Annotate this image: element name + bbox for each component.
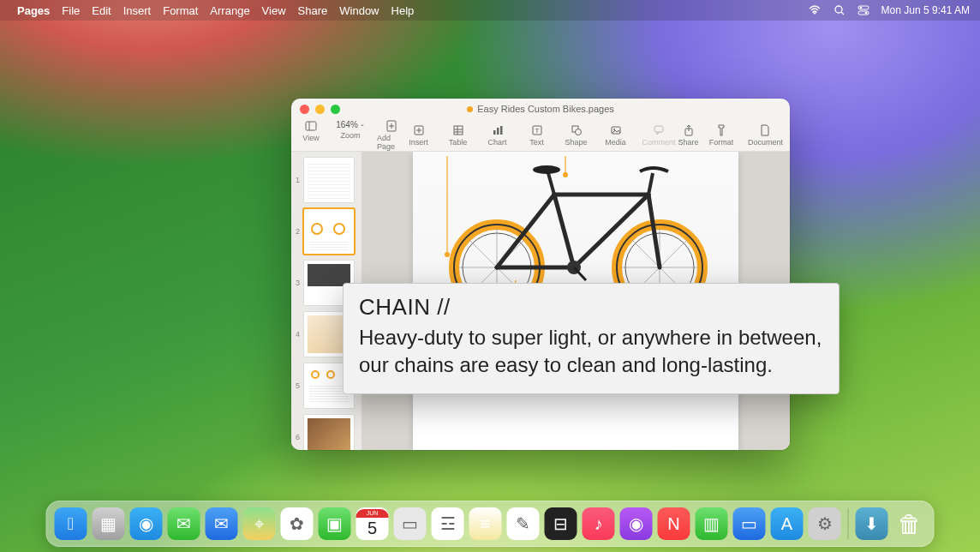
minimize-button[interactable]: [315, 105, 325, 114]
control-center-icon[interactable]: [858, 5, 869, 15]
dock-downloads[interactable]: ⬇: [856, 507, 888, 540]
svg-line-1: [841, 12, 844, 15]
menu-view[interactable]: View: [262, 4, 286, 17]
zoom-overlay-body: Heavy-duty to super light, or anywhere i…: [359, 324, 823, 380]
share-icon: [684, 124, 694, 136]
menu-share[interactable]: Share: [298, 4, 328, 17]
menu-arrange[interactable]: Arrange: [210, 4, 249, 17]
toolbar-add-page-button[interactable]: Add Page: [377, 120, 406, 151]
svg-point-5: [864, 12, 867, 15]
dock-app-calendar[interactable]: JUN5: [356, 507, 389, 540]
dock-app-podcasts[interactable]: ◉: [620, 507, 653, 540]
dock-app-keynote[interactable]: ▭: [733, 507, 766, 540]
page-thumbnail[interactable]: 2: [295, 208, 358, 255]
dock-app-settings[interactable]: ⚙: [809, 507, 841, 540]
svg-line-56: [554, 195, 574, 267]
toolbar-document-button[interactable]: Document: [748, 124, 783, 147]
dock-app-news[interactable]: N: [658, 507, 690, 540]
document-icon: [761, 124, 769, 136]
svg-line-58: [548, 173, 554, 195]
svg-point-64: [445, 252, 450, 257]
dock-separator: [848, 508, 849, 539]
svg-line-54: [648, 195, 660, 267]
menu-insert[interactable]: Insert: [123, 4, 152, 17]
svg-point-59: [533, 165, 560, 174]
menu-format[interactable]: Format: [163, 4, 198, 17]
dock-app-music[interactable]: ♪: [583, 507, 615, 540]
pages-window: Easy Rides Custom Bikes.pages View 164%⌄…: [291, 99, 790, 450]
dock-app-freeform[interactable]: ✎: [507, 507, 540, 540]
toolbar-view-button[interactable]: View: [298, 120, 324, 142]
wifi-icon[interactable]: [808, 5, 822, 15]
svg-rect-18: [493, 130, 496, 135]
menu-edit[interactable]: Edit: [92, 4, 111, 17]
table-icon: [453, 124, 463, 136]
svg-text:T: T: [535, 127, 539, 135]
menubar-datetime[interactable]: Mon Jun 5 9:41 AM: [881, 4, 970, 16]
dock-app-appstore[interactable]: A: [771, 507, 804, 540]
svg-point-24: [575, 129, 581, 135]
hover-text-zoom-overlay: CHAIN // Heavy-duty to super light, or a…: [343, 283, 840, 394]
svg-rect-19: [497, 128, 499, 135]
toolbar-share-button[interactable]: Share: [676, 124, 702, 147]
toolbar-table-button[interactable]: Table: [445, 124, 471, 147]
dock-app-notes[interactable]: ≡: [469, 507, 502, 540]
zoom-overlay-heading: CHAIN //: [359, 294, 823, 321]
edited-indicator-icon: [467, 106, 473, 112]
dock-app-facetime[interactable]: ▣: [319, 507, 351, 540]
shape-icon: [571, 124, 582, 136]
svg-line-60: [648, 173, 653, 195]
dock-app-tv[interactable]: ⊟: [545, 507, 577, 540]
insert-icon: [414, 124, 424, 136]
svg-point-66: [563, 172, 568, 177]
toolbar-insert-button[interactable]: Insert: [406, 124, 432, 147]
dock-app-mail[interactable]: ✉: [206, 507, 238, 540]
dock-app-maps[interactable]: ⌖: [243, 507, 276, 540]
format-icon: [716, 124, 726, 136]
close-button[interactable]: [300, 105, 309, 114]
text-icon: T: [532, 124, 542, 136]
menu-help[interactable]: Help: [391, 4, 415, 17]
dock-app-photos[interactable]: ✿: [281, 507, 314, 540]
svg-rect-6: [306, 122, 316, 130]
toolbar-media-button[interactable]: Media: [603, 124, 629, 147]
svg-rect-27: [654, 126, 663, 132]
dock-app-contacts[interactable]: ▭: [394, 507, 427, 540]
toolbar-format-button[interactable]: Format: [708, 124, 734, 147]
dock-trash[interactable]: 🗑: [893, 507, 926, 540]
toolbar-chart-button[interactable]: Chart: [485, 124, 511, 147]
titlebar: Easy Rides Custom Bikes.pages: [291, 99, 790, 119]
window-title: Easy Rides Custom Bikes.pages: [477, 104, 614, 114]
dock-app-reminders[interactable]: ☲: [432, 507, 464, 540]
toolbar-shape-button[interactable]: Shape: [564, 124, 589, 147]
svg-rect-14: [454, 126, 463, 135]
dock-app-safari[interactable]: ◉: [130, 507, 163, 540]
toolbar: View 164%⌄ Zoom Add Page Insert Table: [291, 119, 790, 152]
page-thumbnail[interactable]: 1: [295, 157, 358, 203]
spotlight-icon[interactable]: [834, 4, 846, 16]
media-icon: [611, 124, 621, 136]
dock-app-messages[interactable]: ✉: [168, 507, 200, 540]
menu-window[interactable]: Window: [339, 4, 379, 17]
dock-app-launchpad[interactable]: ▦: [93, 507, 125, 540]
menubar-app-name[interactable]: Pages: [17, 4, 50, 17]
dock-app-finder[interactable]: 􀎞: [55, 507, 87, 540]
svg-point-0: [835, 6, 842, 13]
add-page-icon: [386, 120, 397, 132]
menubar: Pages File Edit Insert Format Arrange Vi…: [0, 0, 980, 21]
view-icon: [305, 120, 317, 132]
fullscreen-button[interactable]: [331, 105, 340, 114]
svg-point-4: [859, 7, 862, 9]
svg-rect-20: [500, 126, 503, 135]
menu-file[interactable]: File: [62, 4, 80, 17]
dock-app-numbers[interactable]: ▥: [696, 507, 728, 540]
toolbar-zoom-button[interactable]: 164%⌄ Zoom: [338, 120, 363, 140]
toolbar-comment-button[interactable]: Comment: [642, 124, 676, 147]
svg-line-45: [660, 240, 687, 267]
page-thumbnail[interactable]: 6: [295, 414, 358, 450]
chart-icon: [493, 124, 503, 136]
zoom-value: 164%⌄: [336, 120, 365, 129]
svg-line-52: [497, 195, 554, 267]
dock: 􀎞▦◉✉✉⌖✿▣JUN5▭☲≡✎⊟♪◉N▥▭A⚙⬇🗑: [46, 501, 935, 547]
toolbar-text-button[interactable]: T Text: [524, 124, 550, 147]
